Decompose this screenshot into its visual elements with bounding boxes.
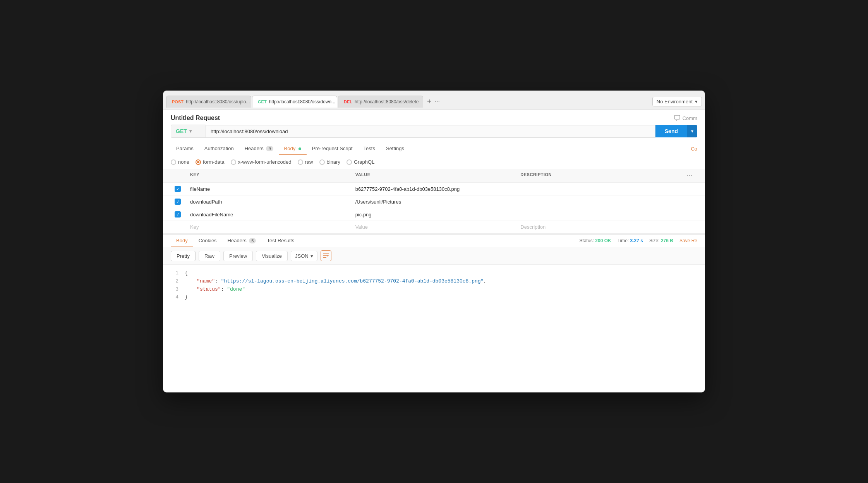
radio-none[interactable]: none bbox=[171, 159, 189, 165]
size-value: 276 B bbox=[661, 238, 673, 243]
body-type-selector: none form-data x-www-form-urlencoded raw… bbox=[163, 155, 705, 169]
wrap-icon bbox=[322, 253, 329, 259]
response-tab-body[interactable]: Body bbox=[171, 235, 193, 247]
row3-more bbox=[682, 211, 697, 218]
code-content-4: } bbox=[185, 293, 697, 301]
row3-key[interactable]: downloadFileName bbox=[186, 209, 352, 221]
method-select[interactable]: GET ▾ bbox=[171, 125, 206, 138]
response-tab-test-results[interactable]: Test Results bbox=[261, 235, 300, 247]
table-row: downloadFileName pic.png bbox=[163, 208, 705, 221]
view-preview-button[interactable]: Preview bbox=[223, 251, 253, 261]
radio-binary-label: binary bbox=[327, 159, 340, 165]
tab-tests[interactable]: Tests bbox=[358, 142, 381, 155]
row1-key[interactable]: fileName bbox=[186, 183, 352, 195]
row4-key[interactable]: Key bbox=[186, 221, 352, 233]
row3-check[interactable] bbox=[171, 208, 186, 221]
view-visualize-button[interactable]: Visualize bbox=[256, 251, 288, 261]
row2-check[interactable] bbox=[171, 195, 186, 208]
tab-pre-request[interactable]: Pre-request Script bbox=[307, 142, 358, 155]
row4-description[interactable]: Description bbox=[516, 221, 682, 233]
response-tab-cookies[interactable]: Cookies bbox=[193, 235, 222, 247]
code-line-2: 2 "name": "https://sl-lagou.oss-cn-beiji… bbox=[171, 277, 697, 286]
tab-headers[interactable]: Headers 9 bbox=[239, 142, 279, 155]
col-description: DESCRIPTION bbox=[516, 169, 682, 182]
tab-method-del: DEL bbox=[344, 99, 352, 104]
wrap-button[interactable] bbox=[321, 250, 331, 261]
radio-raw[interactable]: raw bbox=[298, 159, 313, 165]
status-value: 200 OK bbox=[595, 238, 611, 243]
env-label: No Environment bbox=[657, 99, 693, 104]
code-content-1: { bbox=[185, 269, 697, 277]
view-pretty-button[interactable]: Pretty bbox=[171, 251, 196, 261]
response-headers-badge: 5 bbox=[249, 238, 256, 243]
json-status-value: "done" bbox=[227, 286, 245, 292]
radio-form-data-circle bbox=[196, 159, 201, 165]
method-label: GET bbox=[176, 128, 187, 134]
row1-description[interactable] bbox=[516, 186, 682, 192]
env-selector[interactable]: No Environment ▾ bbox=[652, 97, 702, 106]
row2-key[interactable]: downloadPath bbox=[186, 196, 352, 208]
add-tab-button[interactable]: + bbox=[427, 97, 432, 106]
format-select[interactable]: JSON ▾ bbox=[291, 251, 317, 261]
more-tabs-button[interactable]: ··· bbox=[435, 98, 440, 105]
code-line-3: 3 "status": "done" bbox=[171, 286, 697, 294]
tab-body[interactable]: Body bbox=[279, 142, 307, 155]
tab-url-get: http://localhost:8080/oss/down... bbox=[269, 99, 335, 104]
json-status-key: "status" bbox=[197, 286, 221, 292]
send-dropdown-button[interactable]: ▾ bbox=[687, 125, 697, 137]
method-chevron-icon: ▾ bbox=[189, 128, 192, 134]
radio-binary[interactable]: binary bbox=[319, 159, 340, 165]
col-more[interactable]: ··· bbox=[682, 169, 697, 182]
view-raw-button[interactable]: Raw bbox=[199, 251, 220, 261]
row1-checkbox[interactable] bbox=[175, 186, 181, 192]
request-header: Untitled Request Comm bbox=[163, 110, 705, 125]
tab-post[interactable]: POST http://localhost:8080/oss/uplo... bbox=[166, 96, 251, 108]
radio-graphql[interactable]: GraphQL bbox=[347, 159, 374, 165]
response-tab-headers[interactable]: Headers 5 bbox=[222, 235, 262, 247]
tab-settings[interactable]: Settings bbox=[381, 142, 410, 155]
row1-check[interactable] bbox=[171, 183, 186, 195]
row3-value[interactable]: pic.png bbox=[352, 209, 517, 221]
radio-none-label: none bbox=[178, 159, 189, 165]
comment-button[interactable]: Comm bbox=[674, 115, 697, 121]
code-line-1: 1 { bbox=[171, 269, 697, 277]
row2-value[interactable]: /Users/sunli/Pictures bbox=[352, 196, 517, 208]
json-name-key: "name" bbox=[197, 278, 215, 284]
status-label: Status: 200 OK bbox=[580, 238, 611, 243]
response-section: Body Cookies Headers 5 Test Results Stat… bbox=[163, 234, 705, 392]
headers-badge: 9 bbox=[266, 146, 273, 151]
table-row: fileName b6277752-9702-4fa0-ab1d-db03e58… bbox=[163, 183, 705, 195]
tab-method-get: GET bbox=[258, 99, 267, 104]
tab-del[interactable]: DEL http://localhost:8080/oss/delete bbox=[338, 96, 423, 108]
row2-checkbox[interactable] bbox=[175, 199, 181, 205]
row2-description[interactable] bbox=[516, 199, 682, 205]
code-line-4: 4 } bbox=[171, 293, 697, 301]
col-check bbox=[171, 169, 186, 182]
row2-more bbox=[682, 199, 697, 205]
format-label: JSON bbox=[295, 253, 309, 259]
radio-raw-label: raw bbox=[305, 159, 313, 165]
tab-get[interactable]: GET http://localhost:8080/oss/down... bbox=[252, 96, 337, 108]
row4-value[interactable]: Value bbox=[352, 221, 517, 233]
save-response-button[interactable]: Save Re bbox=[679, 238, 697, 243]
row3-checkbox[interactable] bbox=[175, 211, 181, 218]
tab-params[interactable]: Params bbox=[171, 142, 199, 155]
format-chevron-icon: ▾ bbox=[310, 253, 313, 259]
nav-tab-right[interactable]: Co bbox=[691, 146, 697, 152]
url-bar: GET ▾ Send ▾ bbox=[163, 125, 705, 142]
line-num-4: 4 bbox=[171, 293, 178, 301]
url-input[interactable] bbox=[206, 125, 655, 138]
radio-urlencoded[interactable]: x-www-form-urlencoded bbox=[231, 159, 292, 165]
radio-raw-circle bbox=[298, 159, 303, 165]
time-value: 3.27 s bbox=[630, 238, 643, 243]
json-name-value[interactable]: "https://sl-lagou.oss-cn-beijing.aliyunc… bbox=[221, 278, 484, 284]
radio-form-data[interactable]: form-data bbox=[196, 159, 225, 165]
svg-rect-0 bbox=[674, 115, 680, 119]
col-key: KEY bbox=[186, 169, 352, 182]
send-main-button[interactable]: Send bbox=[655, 125, 687, 137]
app-window: POST http://localhost:8080/oss/uplo... G… bbox=[163, 91, 705, 392]
tab-authorization[interactable]: Authorization bbox=[199, 142, 239, 155]
row3-description[interactable] bbox=[516, 211, 682, 218]
row4-more bbox=[682, 224, 697, 230]
row1-value[interactable]: b6277752-9702-4fa0-ab1d-db03e58130c8.png bbox=[352, 183, 517, 195]
